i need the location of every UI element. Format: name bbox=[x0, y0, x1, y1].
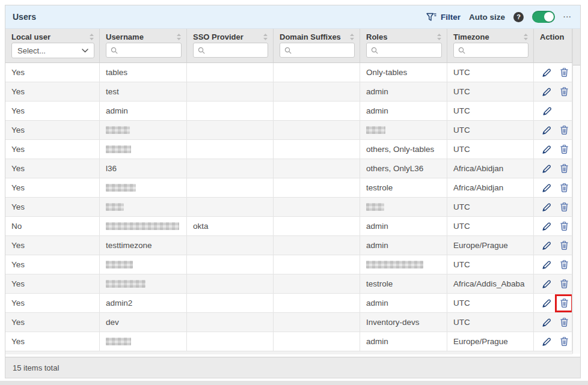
edit-button[interactable] bbox=[542, 67, 551, 79]
cell-timezone: UTC bbox=[447, 313, 534, 332]
edit-button[interactable] bbox=[542, 201, 551, 213]
cell-domain-suffixes bbox=[274, 255, 360, 274]
help-icon[interactable]: ? bbox=[513, 12, 524, 22]
column-header-local-user[interactable]: Local userSelect... bbox=[5, 29, 100, 62]
more-menu-button[interactable]: ··· bbox=[563, 13, 572, 20]
sort-icon[interactable] bbox=[346, 33, 355, 41]
search-icon bbox=[284, 47, 292, 54]
cell-username bbox=[100, 121, 187, 139]
column-header-timezone[interactable]: Timezone bbox=[447, 29, 534, 62]
timezone-value: UTC bbox=[453, 222, 470, 231]
column-header-username[interactable]: Username bbox=[100, 29, 187, 62]
cell-sso-provider bbox=[187, 82, 274, 101]
trash-icon bbox=[560, 183, 568, 192]
delete-button[interactable] bbox=[559, 86, 569, 98]
edit-button[interactable] bbox=[542, 240, 551, 252]
sort-icon[interactable] bbox=[173, 33, 182, 41]
edit-button[interactable] bbox=[542, 259, 551, 271]
local-user-value: Yes bbox=[11, 164, 25, 173]
auto-size-toggle[interactable] bbox=[532, 11, 555, 23]
column-header-domain-suffixes[interactable]: Domain Suffixes bbox=[274, 29, 360, 62]
filter-search-input-username[interactable] bbox=[106, 43, 182, 58]
pencil-icon bbox=[542, 183, 551, 193]
timezone-value: Africa/Addis_Ababa bbox=[453, 279, 525, 288]
timezone-value: UTC bbox=[453, 126, 470, 135]
cell-local-user: Yes bbox=[5, 63, 100, 82]
timezone-value: UTC bbox=[453, 299, 470, 308]
delete-button[interactable] bbox=[559, 182, 569, 194]
edit-button[interactable] bbox=[542, 86, 551, 98]
edit-button[interactable] bbox=[542, 336, 551, 348]
edit-button[interactable] bbox=[542, 182, 551, 194]
cell-roles: testrole bbox=[360, 178, 447, 197]
edit-button[interactable] bbox=[542, 278, 551, 290]
pencil-icon bbox=[542, 68, 551, 77]
delete-button[interactable] bbox=[559, 201, 569, 213]
delete-button[interactable] bbox=[559, 220, 569, 232]
filter-button[interactable]: Filter bbox=[426, 13, 461, 22]
filter-search-input-roles[interactable] bbox=[366, 43, 442, 58]
filter-select-local-user[interactable]: Select... bbox=[11, 43, 94, 58]
pencil-icon bbox=[542, 260, 551, 270]
items-total: 15 items total bbox=[13, 363, 59, 372]
column-label: Domain Suffixes bbox=[280, 32, 341, 41]
cell-action bbox=[534, 102, 572, 120]
sort-icon[interactable] bbox=[85, 33, 94, 41]
sort-icon[interactable] bbox=[259, 33, 268, 41]
cell-local-user: Yes bbox=[5, 82, 100, 101]
pencil-icon bbox=[542, 279, 551, 289]
edit-button[interactable] bbox=[542, 144, 551, 156]
redacted-username bbox=[106, 145, 131, 153]
column-header-roles[interactable]: Roles bbox=[360, 29, 447, 62]
filter-search-input-timezone[interactable] bbox=[453, 43, 528, 58]
redacted-username bbox=[106, 203, 124, 211]
edit-button[interactable] bbox=[542, 105, 553, 117]
cell-sso-provider bbox=[187, 102, 274, 120]
delete-button[interactable] bbox=[559, 297, 569, 309]
cell-domain-suffixes bbox=[274, 332, 360, 351]
delete-button[interactable] bbox=[559, 336, 569, 348]
cell-username bbox=[100, 178, 187, 197]
cell-domain-suffixes bbox=[274, 313, 360, 332]
delete-button[interactable] bbox=[559, 317, 569, 329]
chevron-down-icon bbox=[82, 49, 88, 53]
roles-value: others, Only-tables bbox=[366, 145, 434, 154]
delete-button[interactable] bbox=[559, 259, 569, 271]
edit-button[interactable] bbox=[542, 124, 551, 136]
vertical-scrollbar[interactable] bbox=[572, 29, 580, 354]
cell-sso-provider bbox=[187, 198, 274, 216]
delete-highlight-box bbox=[559, 336, 569, 348]
delete-button[interactable] bbox=[559, 124, 569, 136]
sort-icon[interactable] bbox=[519, 33, 528, 41]
column-header-sso-provider[interactable]: SSO Provider bbox=[187, 29, 274, 62]
cell-local-user: Yes bbox=[5, 178, 100, 197]
timezone-value: UTC bbox=[453, 202, 470, 211]
column-label: SSO Provider bbox=[193, 32, 243, 41]
trash-icon bbox=[560, 222, 568, 231]
cell-sso-provider: okta bbox=[187, 217, 274, 235]
cell-local-user: Yes bbox=[5, 332, 100, 351]
edit-button[interactable] bbox=[542, 317, 551, 329]
table-row: YesUTC bbox=[5, 121, 572, 140]
filter-search-input-domain-suffixes[interactable] bbox=[280, 43, 355, 58]
timezone-value: UTC bbox=[453, 68, 470, 77]
delete-button[interactable] bbox=[559, 163, 569, 175]
roles-value: admin bbox=[366, 337, 388, 346]
sort-icon[interactable] bbox=[433, 33, 442, 41]
horizontal-scrollbar[interactable] bbox=[5, 351, 572, 354]
users-page: Users Filter Auto size ? bbox=[0, 0, 588, 385]
filter-search-input-sso-provider[interactable] bbox=[193, 43, 268, 58]
edit-button[interactable] bbox=[542, 297, 551, 309]
edit-button[interactable] bbox=[542, 220, 551, 232]
delete-button[interactable] bbox=[559, 240, 569, 252]
column-label: Timezone bbox=[453, 32, 489, 41]
cell-sso-provider bbox=[187, 63, 274, 82]
auto-size-label: Auto size bbox=[469, 13, 505, 22]
cell-roles: others, OnlyL36 bbox=[360, 159, 447, 178]
redacted-username bbox=[106, 126, 130, 134]
delete-button[interactable] bbox=[559, 67, 569, 79]
delete-button[interactable] bbox=[559, 144, 569, 156]
delete-button[interactable] bbox=[559, 278, 569, 290]
edit-button[interactable] bbox=[542, 163, 551, 175]
cell-sso-provider bbox=[187, 274, 274, 293]
